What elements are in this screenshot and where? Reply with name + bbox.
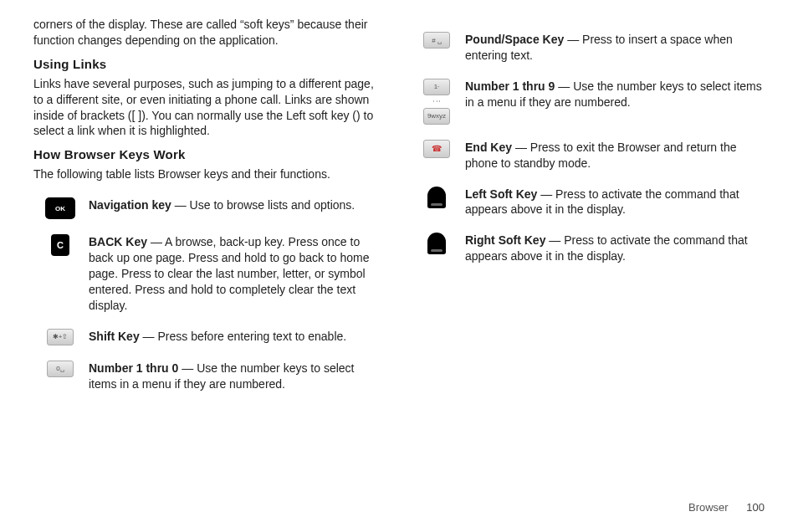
key-row-back: C BACK Key — A browse, back-up key. Pres… [43, 234, 378, 313]
key-label: Left Soft Key [465, 187, 537, 201]
key-row-navigation: OK Navigation key — Use to browse lists … [43, 197, 378, 219]
key-row-end: ☎ End Key — Press to exit the Browser an… [420, 140, 765, 171]
key-row-left-soft: Left Soft Key — Press to activate the co… [420, 187, 765, 218]
heading-browser-keys: How Browser Keys Work [33, 147, 378, 161]
links-paragraph: Links have several purposes, such as jum… [33, 76, 378, 140]
footer-page-number: 100 [746, 501, 765, 514]
page-footer: Browser 100 [688, 501, 765, 514]
left-soft-key-icon [427, 187, 446, 208]
key-desc: — Use to browse lists and options. [171, 198, 355, 212]
key-label: Number 1 thru 0 [89, 361, 178, 375]
ok-key-icon: OK [45, 197, 75, 219]
zero-key-icon: 0␣ [47, 361, 74, 377]
intro-text: corners of the display. These are called… [33, 17, 378, 49]
heading-using-links: Using Links [33, 57, 378, 71]
key-row-right-soft: Right Soft Key — Press to activate the c… [420, 233, 765, 264]
footer-section: Browser [688, 501, 729, 514]
key-desc: — Press before entering text to enable. [140, 330, 346, 343]
key-label: Pound/Space Key [465, 33, 564, 46]
shift-key-icon: ✱+⇧ [47, 329, 74, 345]
key-label: Navigation key [89, 198, 171, 212]
dots-icon: ⋮ [434, 97, 439, 106]
keys-paragraph: The following table lists Browser keys a… [33, 166, 378, 182]
key-label: Right Soft Key [465, 233, 545, 247]
c-key-icon: C [51, 234, 69, 256]
nine-key-icon: 9wxyz [423, 108, 450, 125]
key-label: End Key [465, 141, 512, 154]
right-soft-key-icon [427, 233, 446, 254]
pound-key-icon: # ␣ [423, 32, 450, 49]
key-label: Shift Key [89, 330, 140, 343]
key-row-numbers-0: 0␣ Number 1 thru 0 — Use the number keys… [43, 361, 378, 392]
key-label: Number 1 thru 9 [465, 79, 555, 93]
key-label: BACK Key [89, 235, 147, 248]
end-key-icon: ☎ [423, 140, 450, 158]
key-row-shift: ✱+⇧ Shift Key — Press before entering te… [43, 329, 378, 345]
key-row-numbers-9: 1· ⋮ 9wxyz Number 1 thru 9 — Use the num… [420, 79, 765, 125]
number-keys-icon: 1· ⋮ 9wxyz [423, 79, 450, 125]
one-key-icon: 1· [423, 79, 450, 95]
key-row-pound: # ␣ Pound/Space Key — Press to insert a … [420, 32, 765, 64]
